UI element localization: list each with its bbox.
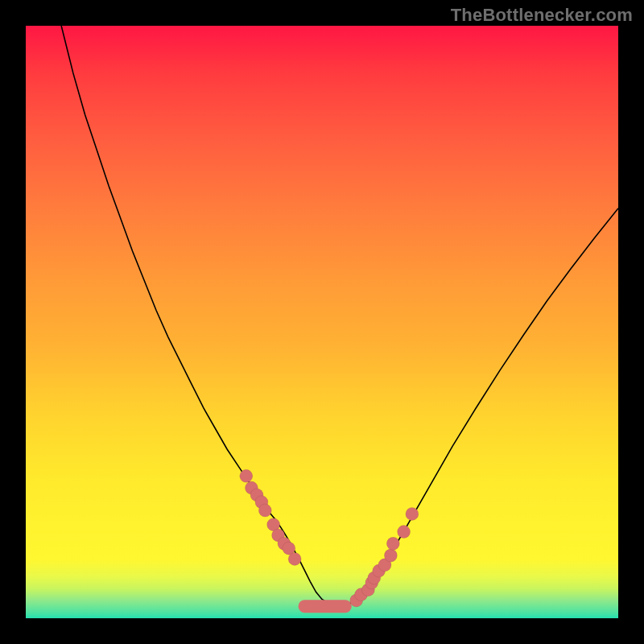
sample-dot [240,469,253,482]
chart-frame: TheBottlenecker.com [0,0,644,644]
bottleneck-curve [61,26,618,606]
sample-dot [288,552,301,565]
chart-plot-area [26,26,618,618]
sample-dot [398,526,411,539]
chart-svg [26,26,618,618]
sample-dot [384,549,397,562]
valley-flat-rect [299,600,352,613]
sample-dot [406,507,419,520]
valley-flat-marker [299,600,352,613]
sample-dots [240,469,419,607]
sample-dot [258,504,271,517]
sample-dot [386,537,399,550]
watermark-text: TheBottlenecker.com [451,5,633,26]
